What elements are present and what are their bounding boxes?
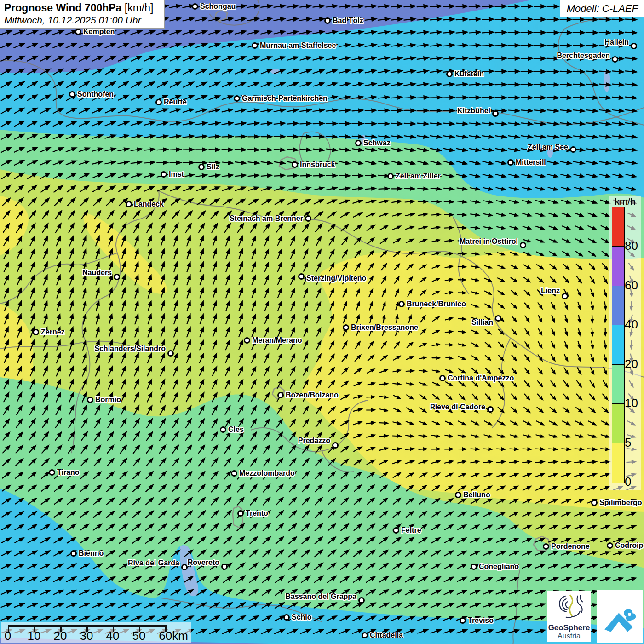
city-dot: [362, 632, 368, 638]
scale-label: 20: [54, 629, 67, 643]
geosphere-contour-icon: [555, 591, 583, 621]
city-dot: [181, 564, 188, 570]
city-dot: [220, 426, 226, 433]
city-dot: [631, 43, 637, 49]
city-name-label: Cles: [228, 425, 244, 434]
geosphere-logo: GeoSphere Austria: [547, 591, 591, 642]
city-name-label: Bad Tölz: [333, 16, 363, 25]
legend-segment: [612, 207, 624, 247]
scale-label: 0: [5, 629, 11, 643]
city-dot: [393, 527, 399, 534]
city-name-label: Riva del Garda: [128, 558, 179, 568]
mountain-cloud-icon: [600, 596, 639, 638]
city-name-label: Nauders: [82, 268, 112, 277]
city-name-label: Zell am See: [528, 143, 568, 152]
scale-label: 10: [28, 629, 41, 643]
city-name-label: Spilimbergo: [599, 498, 642, 507]
city-dot: [277, 392, 284, 398]
city-dot: [507, 159, 514, 166]
city-dot: [398, 301, 405, 307]
city-dot: [355, 140, 362, 146]
legend-segment: [612, 247, 624, 286]
city-dot: [167, 350, 174, 356]
city-dot: [292, 161, 298, 168]
city-name-label: Rovereto: [188, 558, 219, 567]
legend-tick-label: 20: [625, 358, 638, 370]
legend-tick-label: 40: [625, 318, 638, 330]
city-dot: [234, 95, 240, 102]
city-name-label: Kitzbühel: [457, 106, 490, 115]
city-dot: [495, 315, 501, 322]
legend-tick-label: 5: [625, 437, 631, 448]
city-dot: [161, 171, 167, 178]
city-name-label: Trento: [246, 509, 268, 518]
scale-label: 40: [106, 629, 120, 643]
legend-segment: [612, 286, 624, 325]
city-dot: [439, 375, 446, 381]
city-name-label: Silz: [207, 162, 219, 172]
city-dot: [471, 564, 477, 570]
city-dot: [114, 274, 120, 280]
city-dot: [70, 550, 77, 557]
city-name-label: Meran/Merano: [252, 336, 302, 345]
legend-segment: [612, 404, 624, 443]
city-dot: [455, 492, 461, 498]
city-dot: [221, 564, 228, 570]
legend-tick-label: 10: [625, 397, 638, 409]
city-name-label: Zell am Ziller: [396, 172, 441, 181]
city-name-label: Reutte: [164, 98, 187, 107]
city-dot: [49, 469, 55, 476]
city-name-label: Hallein: [605, 38, 629, 47]
scale-label: 60km: [159, 629, 188, 643]
city-name-label: Pordenone: [551, 542, 590, 551]
city-dot: [591, 500, 598, 506]
city-name-label: Bormio: [95, 395, 121, 404]
city-name-label: Sillian: [472, 318, 493, 327]
city-name-label: Pieve di Cadore: [430, 402, 485, 412]
city-name-label: Schio: [292, 613, 312, 622]
city-dot: [607, 542, 613, 549]
city-dot: [358, 597, 365, 604]
city-name-label: Imst: [169, 170, 184, 179]
partner-logo: [597, 590, 643, 643]
city-dot: [237, 510, 244, 517]
city-dot: [126, 201, 132, 207]
city-dot: [33, 329, 39, 335]
city-dot: [460, 617, 466, 624]
city-dot: [487, 406, 494, 413]
city-dot: [305, 215, 311, 222]
city-name-label: Mittersill: [516, 158, 546, 167]
city-name-label: Kufstein: [454, 69, 484, 79]
city-name-label: Schwaz: [363, 138, 391, 148]
city-name-label: Sterzing/Vipiteno: [306, 274, 366, 283]
city-name-label: Murnau am Staffelsee: [260, 41, 336, 50]
city-dot: [69, 91, 75, 98]
city-dot: [520, 242, 526, 248]
city-dot: [252, 42, 258, 49]
geosphere-wordmark: GeoSphere: [547, 624, 591, 632]
city-dot: [198, 164, 205, 170]
city-name-label: Feltre: [401, 526, 421, 535]
legend-unit-label: km/h: [609, 196, 641, 207]
city-dot: [298, 273, 305, 280]
city-name-label: Lienz: [541, 286, 560, 295]
page-title: Prognose Wind 700hPa [km/h]: [4, 2, 161, 14]
scale-label: 30: [80, 629, 93, 643]
city-dot: [283, 614, 290, 621]
city-dot: [387, 173, 394, 179]
city-name-label: Cittadella: [370, 631, 403, 640]
city-name-label: Brixen/Bressanone: [351, 323, 418, 332]
city-name-label: Matrei in Osttirol: [460, 237, 518, 246]
city-name-label: Innsbruck: [300, 160, 335, 169]
legend-color-bar: [612, 207, 625, 483]
city-dot: [192, 3, 198, 10]
city-dot: [75, 29, 81, 35]
city-name-label: Kempten: [83, 27, 115, 36]
city-name-label: Bozen/Bolzano: [286, 391, 339, 400]
scale-label: 50: [132, 629, 146, 643]
legend-tick-label: 60: [625, 279, 638, 291]
map-scale-bar: 0102030405060km: [1, 622, 191, 643]
city-name-label: Schlanders/Silandro: [94, 344, 166, 353]
city-name-label: Tirano: [57, 468, 80, 477]
city-dot: [87, 397, 93, 403]
